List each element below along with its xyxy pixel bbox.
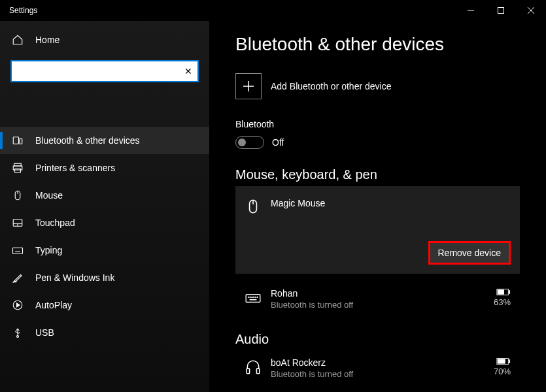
bluetooth-label: Bluetooth: [235, 119, 520, 129]
home-label: Home: [35, 35, 60, 45]
svg-rect-40: [509, 359, 510, 363]
svg-point-27: [248, 297, 249, 297]
battery-icon: [496, 357, 511, 365]
svg-rect-26: [246, 295, 260, 302]
sidebar-item-typing[interactable]: Typing: [0, 237, 209, 264]
sidebar-item-touchpad[interactable]: Touchpad: [0, 209, 209, 237]
keyboard-icon: [12, 244, 24, 256]
add-device-button[interactable]: Add Bluetooth or other device: [235, 73, 520, 99]
nav-label: Bluetooth & other devices: [35, 135, 140, 146]
clear-icon[interactable]: ✕: [184, 66, 192, 76]
svg-rect-5: [20, 139, 22, 144]
device-name: Magic Mouse: [271, 198, 511, 208]
device-name: boAt Rockerz: [271, 357, 494, 368]
mouse-icon: [12, 189, 24, 201]
audio-section-header: Audio: [235, 332, 520, 347]
plus-icon: [235, 73, 262, 99]
nav-label: Printers & scanners: [35, 163, 115, 173]
nav-label: Pen & Windows Ink: [35, 272, 114, 283]
sidebar-item-autoplay[interactable]: AutoPlay: [0, 291, 209, 319]
sidebar-home[interactable]: Home: [0, 27, 209, 52]
device-row-audio[interactable]: boAt Rockerz Bluetooth is turned off 70%: [235, 351, 520, 385]
printer-icon: [12, 162, 24, 174]
remove-device-button[interactable]: Remove device: [428, 241, 511, 265]
home-icon: [12, 34, 24, 46]
device-card-selected[interactable]: Magic Mouse Remove device: [235, 186, 520, 274]
device-status: Bluetooth is turned off: [271, 369, 494, 379]
nav-label: Touchpad: [35, 218, 75, 228]
sidebar-item-bluetooth[interactable]: Bluetooth & other devices: [0, 127, 209, 154]
sidebar: Home ✕ Bluetooth & other devices Printer…: [0, 21, 209, 392]
svg-rect-39: [498, 359, 505, 363]
mouse-icon: [245, 198, 262, 215]
device-row-keyboard[interactable]: Rohan Bluetooth is turned off 63%: [235, 282, 520, 316]
pen-icon: [12, 272, 24, 284]
main-panel: Bluetooth & other devices Add Bluetooth …: [209, 21, 546, 392]
search-box[interactable]: ✕: [10, 60, 199, 82]
svg-rect-8: [15, 169, 21, 172]
bluetooth-state: Off: [272, 137, 284, 148]
battery-percent: 70%: [494, 367, 511, 376]
svg-point-31: [257, 297, 258, 297]
nav-label: USB: [35, 327, 54, 338]
titlebar: Settings: [0, 0, 546, 21]
window-title: Settings: [9, 6, 37, 15]
devices-icon: [12, 135, 24, 146]
page-title: Bluetooth & other devices: [235, 34, 520, 55]
sidebar-item-usb[interactable]: USB: [0, 319, 209, 346]
keyboard-icon: [245, 289, 262, 306]
search-input[interactable]: [17, 66, 184, 76]
headphones-icon: [245, 359, 262, 376]
add-device-label: Add Bluetooth or other device: [271, 81, 391, 91]
svg-point-30: [255, 297, 256, 297]
maximize-button[interactable]: [486, 0, 516, 21]
sidebar-item-printers[interactable]: Printers & scanners: [0, 154, 209, 182]
nav-label: AutoPlay: [35, 300, 72, 310]
svg-point-28: [250, 297, 251, 297]
svg-rect-36: [247, 368, 249, 374]
window-controls: [456, 0, 546, 21]
battery-percent: 63%: [494, 297, 511, 307]
svg-rect-37: [256, 368, 259, 374]
sidebar-item-mouse[interactable]: Mouse: [0, 182, 209, 209]
svg-rect-34: [498, 289, 504, 294]
device-status: Bluetooth is turned off: [271, 300, 494, 310]
close-button[interactable]: [516, 0, 546, 21]
svg-marker-19: [17, 303, 20, 307]
autoplay-icon: [12, 299, 24, 311]
device-name: Rohan: [271, 288, 494, 299]
svg-rect-35: [509, 290, 510, 294]
battery-icon: [496, 288, 511, 296]
svg-rect-1: [498, 8, 504, 14]
svg-rect-14: [13, 248, 23, 253]
touchpad-icon: [12, 217, 24, 229]
bluetooth-toggle[interactable]: [235, 136, 264, 149]
svg-rect-4: [13, 137, 18, 144]
mouse-section-header: Mouse, keyboard, & pen: [235, 167, 520, 182]
sidebar-item-pen[interactable]: Pen & Windows Ink: [0, 264, 209, 291]
nav-label: Typing: [35, 245, 62, 255]
minimize-button[interactable]: [456, 0, 486, 21]
svg-point-29: [252, 297, 253, 297]
usb-icon: [12, 327, 24, 338]
nav-label: Mouse: [35, 190, 63, 201]
